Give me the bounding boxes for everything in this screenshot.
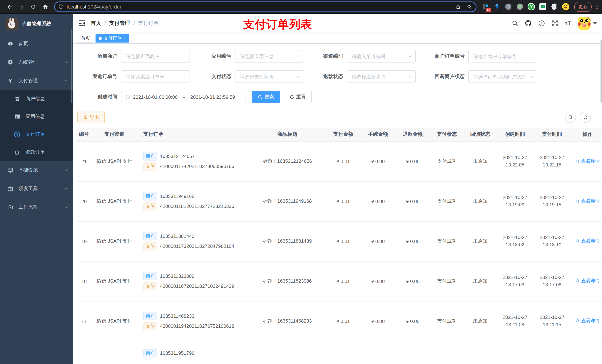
extension-record-icon[interactable] — [515, 2, 524, 11]
breadcrumb-home[interactable]: 首页 — [91, 20, 101, 26]
chevron-up-icon — [64, 78, 68, 83]
breadcrumb-pay[interactable]: 支付管理 — [109, 20, 130, 26]
chevron-down-icon — [64, 187, 68, 191]
address-bar[interactable]: localhost:1024/pay/order — [54, 1, 476, 12]
tag-close-icon[interactable]: × — [123, 36, 126, 40]
table-cell — [534, 341, 570, 362]
cell-amount: ¥ 0.01 — [326, 261, 360, 301]
notify-status-select[interactable] — [468, 70, 537, 83]
avatar[interactable] — [578, 17, 591, 29]
app-select[interactable] — [235, 50, 304, 62]
date-end[interactable]: 2021-10-31 23:59:59 — [190, 94, 235, 100]
view-detail-link[interactable]: 查看详情 — [575, 278, 600, 284]
view-detail-link[interactable]: 查看详情 — [575, 158, 600, 165]
app-input[interactable] — [235, 50, 304, 62]
extension-command-icon[interactable]: ⌘ — [504, 2, 513, 11]
extension-emoji-icon[interactable] — [561, 2, 570, 11]
sidebar-item-app-info[interactable]: 应用信息 — [0, 108, 73, 125]
sidebar-item-workflow[interactable]: 工作流程 — [0, 198, 73, 216]
cell-channel — [91, 341, 138, 362]
help-icon[interactable]: ? — [538, 20, 545, 27]
cell-pay-order: 商户1635311468233支付42000011942021102767521… — [138, 301, 248, 341]
chrome-update-button[interactable]: 更新 — [574, 2, 592, 12]
channel-order-no-input[interactable] — [121, 70, 190, 83]
sidebar-collapse-icon[interactable] — [78, 20, 86, 27]
channel-order-no-field[interactable] — [121, 70, 190, 83]
back-icon — [7, 3, 13, 10]
app-logo — [6, 18, 18, 30]
channel-code-select[interactable] — [347, 50, 416, 62]
sidebar-scrollbar[interactable] — [71, 29, 72, 103]
breadcrumb-current: 支付订单 — [138, 20, 159, 26]
sidebar-item-infra[interactable]: 基础设施 — [0, 161, 73, 179]
toggle-search-button[interactable] — [565, 112, 576, 123]
channel-code-input[interactable] — [347, 50, 416, 62]
export-button[interactable]: 导出 — [77, 111, 105, 123]
extension-puzzle-icon[interactable] — [550, 2, 559, 11]
tag-home[interactable]: 首页 — [78, 34, 93, 42]
cell-notify-status: 未通知 — [464, 221, 496, 261]
user-menu[interactable] — [578, 17, 597, 29]
cell-pay-order: 商户1635311951796 — [138, 341, 248, 362]
order-number: 1635311823086 — [160, 273, 194, 279]
reset-button[interactable]: 重置 — [284, 91, 312, 103]
cell-amount: ¥ 0.01 — [326, 141, 360, 181]
merchant-select[interactable] — [121, 50, 190, 62]
breadcrumb: 首页 / 支付管理 / 支付订单 — [91, 20, 159, 26]
extensions-area: 10 ⌘ Y 更新 — [479, 2, 598, 12]
page-scrollbar[interactable] — [601, 40, 602, 103]
browser-reload-button[interactable] — [29, 2, 38, 11]
font-size-icon[interactable]: ᴛT — [565, 20, 571, 26]
sidebar-item-pay-order[interactable]: ¥ 支付订单 — [0, 125, 73, 143]
table-body: 21微信 JSAPI 支付商户1635312124657支付4200001174… — [77, 141, 602, 362]
extension-gem-icon[interactable] — [492, 2, 501, 11]
notify-status-input[interactable] — [468, 70, 537, 83]
extension-y-icon[interactable]: Y — [527, 2, 536, 11]
export-button-label: 导出 — [90, 114, 99, 120]
chrome-menu-button[interactable] — [596, 4, 598, 9]
cell-action: 查看详情 — [570, 221, 602, 261]
refund-status-input[interactable] — [347, 70, 416, 83]
cell-paid-time: 2021-10-2713:22:15 — [534, 141, 570, 181]
share-icon[interactable] — [455, 4, 461, 10]
bookmark-star-icon[interactable] — [466, 4, 472, 10]
refresh-table-button[interactable] — [580, 112, 591, 123]
merchant-order-no-field[interactable] — [468, 50, 537, 62]
view-detail-link[interactable]: 查看详情 — [575, 318, 600, 324]
view-detail-link[interactable]: 查看详情 — [575, 198, 600, 204]
fullscreen-icon[interactable] — [551, 20, 559, 27]
view-detail-link[interactable]: 查看详情 — [575, 238, 600, 244]
home-icon — [42, 3, 48, 10]
sidebar-item-devtools[interactable]: 研发工具 — [0, 179, 73, 198]
merchant-order-no-input[interactable] — [468, 50, 537, 62]
svg-text:¥: ¥ — [16, 132, 18, 136]
refund-status-select[interactable] — [347, 70, 416, 83]
merchant-input[interactable] — [121, 50, 190, 62]
cell-title: 标题：1635312124656 — [248, 141, 326, 181]
sidebar-item-pay[interactable]: ¥ 支付管理 — [0, 71, 73, 90]
order-type-tag: 商户 — [143, 152, 157, 160]
sidebar-item-refund-order[interactable]: 退款订单 — [0, 143, 73, 161]
table-header-cell: 商品标题 — [248, 128, 326, 141]
date-start[interactable]: 2021-10-01 00:00:00 — [133, 94, 178, 100]
app-title: 芋道管理系统 — [22, 21, 52, 27]
pay-status-input[interactable] — [235, 70, 304, 83]
sidebar-item-system[interactable]: 系统管理 — [0, 53, 73, 71]
search-button[interactable]: 搜索 — [252, 91, 280, 103]
extension-grid-icon[interactable]: 10 — [481, 2, 490, 11]
header-search-icon[interactable] — [511, 20, 518, 27]
sidebar-item-merchant-info[interactable]: 商户信息 — [0, 90, 73, 108]
briefcase-icon — [7, 204, 13, 210]
github-icon[interactable] — [525, 20, 532, 27]
date-range-picker[interactable]: 2021-10-01 00:00:00 - 2021-10-31 23:59:5… — [121, 91, 246, 103]
browser-back-button[interactable] — [5, 2, 14, 11]
extension-chat-icon[interactable] — [538, 2, 547, 11]
sidebar-item-home[interactable]: 首页 — [0, 34, 73, 53]
cell-title: 标题：1635311881439 — [248, 221, 326, 261]
order-type-tag: 商户 — [143, 349, 157, 357]
tag-pay-order[interactable]: 支付订单 × — [96, 34, 129, 42]
pay-status-select[interactable] — [235, 70, 304, 83]
browser-home-button[interactable] — [40, 2, 50, 11]
app-logo-row[interactable]: 芋道管理系统 — [0, 14, 73, 34]
browser-forward-button[interactable] — [17, 2, 26, 11]
